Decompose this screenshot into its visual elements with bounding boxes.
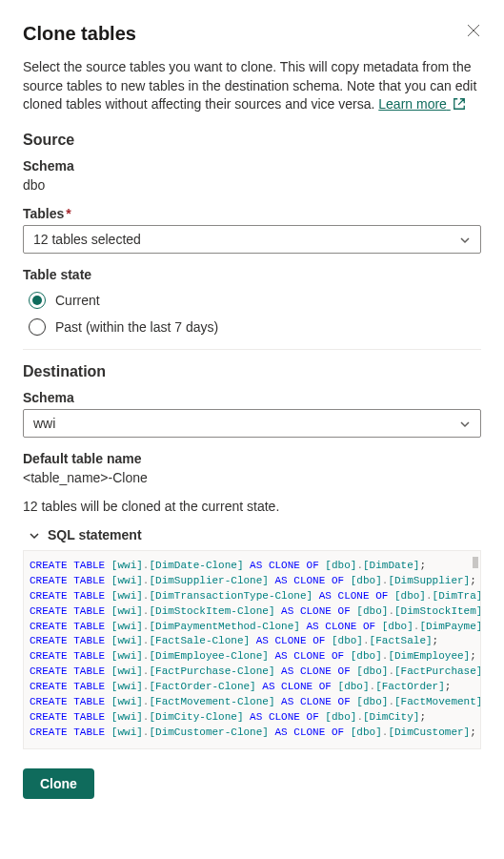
external-link-icon (453, 97, 466, 111)
sql-line: CREATE TABLE [wwi].[DimCity-Clone] AS CL… (30, 710, 474, 726)
default-table-name-value: <table_name>-Clone (23, 470, 481, 485)
sql-line: CREATE TABLE [wwi].[FactOrder-Clone] AS … (30, 680, 474, 695)
dialog-title: Clone tables (23, 23, 136, 45)
dest-schema-value: wwi (33, 416, 55, 431)
sql-line: CREATE TABLE [wwi].[DimStockItem-Clone] … (30, 604, 474, 620)
sql-line: CREATE TABLE [wwi].[FactSale-Clone] AS C… (30, 634, 474, 649)
learn-more-link[interactable]: Learn more (378, 96, 465, 112)
learn-more-label: Learn more (378, 96, 447, 112)
table-state-radio-group: Current Past (within the last 7 days) (29, 292, 481, 336)
close-icon[interactable] (466, 23, 481, 38)
sql-statement-label: SQL statement (48, 527, 142, 542)
radio-past[interactable]: Past (within the last 7 days) (29, 318, 481, 336)
sql-line: CREATE TABLE [wwi].[DimPaymentMethod-Clo… (30, 620, 474, 635)
dialog-description: Select the source tables you want to clo… (23, 58, 481, 114)
chevron-down-icon (459, 234, 471, 245)
chevron-down-icon (29, 529, 40, 541)
radio-current[interactable]: Current (29, 292, 481, 309)
destination-heading: Destination (23, 363, 481, 380)
clone-button[interactable]: Clone (23, 768, 94, 799)
radio-current-label: Current (55, 293, 100, 308)
sql-line: CREATE TABLE [wwi].[FactPurchase-Clone] … (30, 665, 474, 680)
dest-schema-dropdown[interactable]: wwi (23, 409, 481, 438)
source-schema-value: dbo (23, 177, 481, 193)
sql-code-block: CREATE TABLE [wwi].[DimDate-Clone] AS CL… (23, 550, 481, 749)
sql-line: CREATE TABLE [wwi].[DimSupplier-Clone] A… (30, 574, 474, 589)
sql-line: CREATE TABLE [wwi].[DimDate-Clone] AS CL… (30, 559, 474, 574)
sql-line: CREATE TABLE [wwi].[DimEmployee-Clone] A… (30, 649, 474, 665)
chevron-down-icon (459, 418, 471, 429)
clone-summary: 12 tables will be cloned at the current … (23, 499, 481, 514)
sql-statement-toggle[interactable]: SQL statement (29, 527, 481, 542)
default-table-name-label: Default table name (23, 451, 481, 466)
required-asterisk: * (66, 206, 71, 221)
sql-line: CREATE TABLE [wwi].[DimCustomer-Clone] A… (30, 726, 474, 741)
tables-dropdown-value: 12 tables selected (33, 232, 141, 247)
sql-line: CREATE TABLE [wwi].[DimTransactionType-C… (30, 589, 474, 604)
radio-past-label: Past (within the last 7 days) (55, 319, 218, 335)
sql-line: CREATE TABLE [wwi].[FactMovement-Clone] … (30, 695, 474, 710)
radio-button-icon (29, 318, 46, 336)
dest-schema-label: Schema (23, 390, 481, 405)
divider (23, 349, 481, 350)
radio-button-icon (29, 292, 46, 309)
table-state-label: Table state (23, 267, 481, 282)
tables-dropdown[interactable]: 12 tables selected (23, 225, 481, 254)
source-schema-label: Schema (23, 158, 481, 174)
tables-label: Tables* (23, 206, 481, 221)
source-heading: Source (23, 132, 481, 149)
